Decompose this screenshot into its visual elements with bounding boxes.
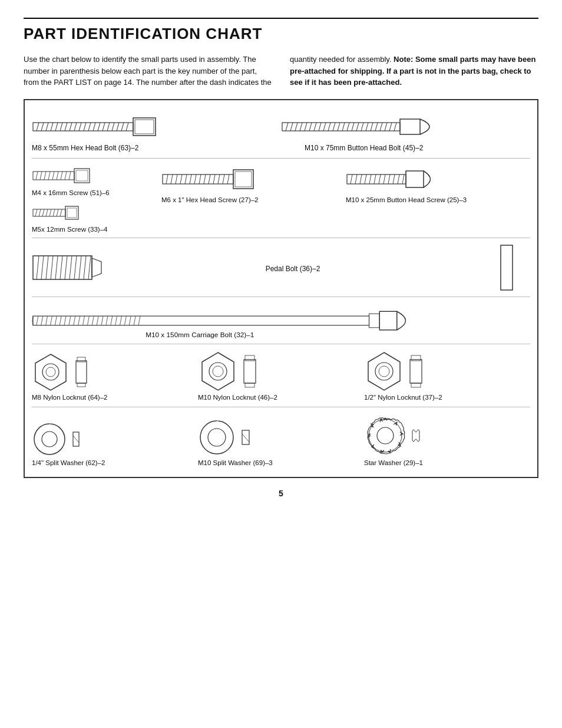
page-title: PART IDENTIFICATION CHART	[24, 18, 538, 43]
label-m10-locknut: M10 Nylon Locknut (46)–2	[198, 394, 277, 401]
star-washer-side-illustration	[411, 419, 421, 452]
label-m10-button-bolt: M10 x 75mm Button Head Bolt (45)–2	[305, 144, 423, 152]
svg-rect-88	[235, 172, 252, 187]
svg-line-29	[309, 123, 312, 131]
svg-line-28	[305, 123, 307, 131]
svg-line-123	[55, 316, 57, 325]
svg-marker-151	[202, 353, 234, 390]
svg-line-112	[74, 256, 77, 279]
svg-line-12	[88, 123, 91, 131]
svg-line-8	[70, 123, 72, 131]
svg-point-164	[42, 431, 57, 447]
svg-line-16	[107, 123, 110, 131]
svg-line-110	[65, 256, 67, 279]
svg-line-126	[69, 316, 71, 325]
split-washer-m10-side-illustration	[241, 421, 250, 454]
svg-line-86	[227, 174, 229, 184]
svg-line-99	[393, 174, 395, 184]
svg-line-100	[398, 174, 399, 184]
svg-line-120	[41, 316, 43, 325]
page: PART IDENTIFICATION CHART Use the chart …	[0, 0, 562, 516]
chart-section: M8 x 55mm Hex Head Bolt (63)–2	[24, 99, 538, 478]
svg-line-40	[361, 123, 363, 131]
svg-point-147	[46, 367, 55, 377]
svg-rect-162	[411, 383, 421, 387]
svg-rect-87	[233, 170, 253, 189]
svg-line-139	[129, 316, 131, 325]
svg-line-75	[176, 174, 177, 184]
svg-line-54	[52, 172, 54, 180]
svg-line-121	[46, 316, 48, 325]
svg-line-73	[166, 174, 168, 184]
svg-line-66	[49, 209, 51, 216]
svg-line-17	[112, 123, 114, 131]
svg-line-91	[355, 174, 357, 184]
svg-point-158	[375, 363, 393, 380]
m10-locknut-front-illustration	[198, 351, 238, 391]
svg-line-52	[44, 172, 46, 180]
svg-line-104	[37, 256, 39, 279]
page-number: 5	[24, 489, 538, 498]
svg-point-146	[42, 364, 59, 380]
svg-line-32	[323, 123, 326, 131]
svg-line-3	[46, 123, 48, 131]
parts-row-2: M4 x 16mm Screw (51)–6	[32, 159, 530, 238]
svg-line-94	[369, 174, 371, 184]
svg-line-109	[60, 256, 62, 279]
svg-line-105	[41, 256, 44, 279]
svg-line-106	[46, 256, 48, 279]
svg-rect-161	[411, 355, 421, 361]
svg-point-159	[379, 366, 389, 377]
svg-rect-102	[406, 171, 424, 187]
svg-line-55	[57, 172, 58, 180]
m8-locknut-front-illustration	[32, 353, 70, 391]
label-star-washer: Star Washer (29)–1	[364, 459, 423, 466]
svg-rect-156	[245, 383, 254, 387]
svg-line-25	[290, 123, 293, 131]
label-pedal-bolt: Pedal Bolt (36)–2	[266, 265, 320, 273]
svg-line-138	[124, 316, 126, 325]
svg-line-64	[42, 209, 44, 216]
svg-line-31	[319, 123, 321, 131]
svg-line-57	[65, 172, 67, 180]
svg-line-82	[209, 174, 210, 184]
svg-line-44	[380, 123, 382, 131]
svg-marker-145	[35, 354, 66, 390]
label-m8-locknut: M8 Nylon Locknut (64)–2	[32, 394, 107, 401]
svg-line-98	[388, 174, 390, 184]
svg-line-113	[79, 256, 81, 279]
svg-line-7	[65, 123, 67, 131]
svg-line-15	[103, 123, 105, 131]
svg-rect-48	[400, 119, 420, 134]
m5-screw-illustration	[32, 202, 91, 223]
m4-screw-illustration	[32, 164, 108, 187]
svg-line-35	[338, 123, 340, 131]
svg-line-68	[57, 209, 58, 216]
intro-left: Use the chart below to identify the smal…	[24, 54, 272, 88]
svg-line-51	[40, 172, 42, 180]
svg-line-6	[60, 123, 62, 131]
svg-line-78	[190, 174, 191, 184]
svg-line-53	[48, 172, 50, 180]
part-m4-screw: M4 x 16mm Screw (51)–6	[32, 164, 161, 196]
svg-line-69	[60, 209, 62, 216]
svg-line-108	[55, 256, 58, 279]
svg-line-92	[360, 174, 362, 184]
svg-rect-21	[133, 118, 156, 136]
svg-point-153	[213, 366, 223, 377]
svg-line-58	[69, 172, 71, 180]
svg-line-74	[171, 174, 173, 184]
intro-right: quantity needed for assembly. Note: Some…	[290, 54, 538, 88]
svg-point-163	[34, 424, 65, 454]
svg-line-19	[121, 123, 124, 131]
svg-line-67	[53, 209, 55, 216]
svg-line-125	[64, 316, 66, 325]
svg-rect-23	[282, 123, 400, 131]
svg-line-5	[55, 123, 58, 131]
parts-row-4: M10 x 150mm Carriage Bolt (32)–1	[32, 297, 530, 344]
svg-rect-148	[76, 361, 87, 383]
svg-line-77	[185, 174, 187, 184]
svg-line-85	[223, 174, 224, 184]
svg-line-137	[120, 316, 122, 325]
svg-line-128	[78, 316, 80, 325]
